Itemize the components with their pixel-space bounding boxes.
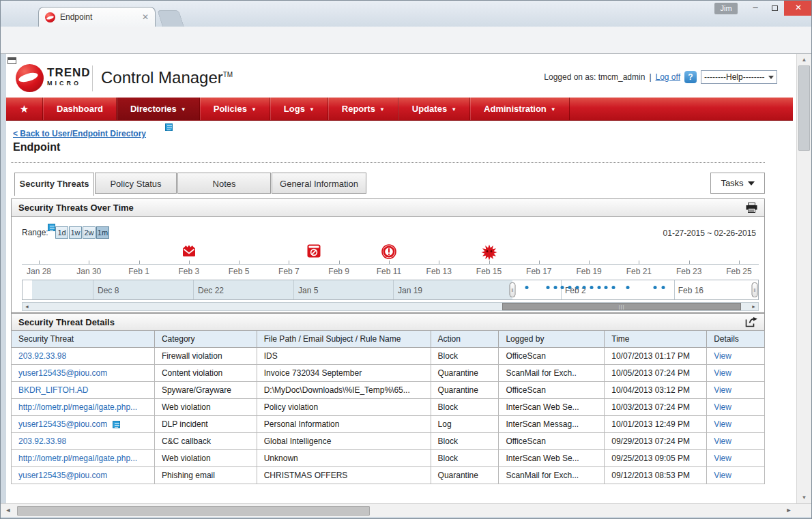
tab-close-icon[interactable]: ✕ [142, 12, 149, 22]
view-link[interactable]: View [714, 385, 731, 395]
virus-outbreak-icon[interactable] [481, 244, 497, 263]
tab-notes[interactable]: Notes [177, 173, 271, 194]
threat-link[interactable]: http://lometr.pl/megal/lgate.php... [18, 402, 137, 412]
help-dropdown[interactable]: --------Help-------- [701, 70, 777, 84]
logged-by-cell: ScanMail for Exch... [499, 467, 605, 484]
navigator-scrollbar[interactable]: ◄ ||| ► [22, 302, 759, 311]
navigator-scrollbar-thumb[interactable]: ||| [502, 303, 741, 310]
scroll-up-icon[interactable]: ▲ [797, 54, 811, 65]
navigator-right-handle[interactable]: ‖ [752, 282, 758, 297]
vertical-scrollbar[interactable]: ▲ ▼ [796, 54, 811, 503]
view-link[interactable]: View [714, 351, 731, 361]
path-cell: CHRISTMAS OFFERS [257, 467, 431, 484]
browser-titlebar: Endpoint ✕ Jim – ✕ [1, 1, 811, 27]
view-link[interactable]: View [714, 402, 731, 412]
close-button[interactable]: ✕ [784, 1, 812, 16]
column-header-security: Security Threat [12, 331, 155, 348]
threats-over-time-panel: Security Threats Over Time Range: 1d1w2w… [11, 198, 765, 313]
event-dot [611, 286, 615, 289]
column-header-file: File Path / Email Subject / Rule Name [257, 331, 431, 348]
scroll-down-icon[interactable]: ▼ [797, 492, 811, 503]
chevron-down-icon: ▼ [181, 98, 186, 121]
scroll-right-icon[interactable]: ► [783, 504, 795, 517]
details-cell: View [707, 467, 765, 484]
table-row: yuser125435@piou.comDLP incidentPersonal… [12, 416, 765, 433]
export-icon[interactable] [745, 317, 757, 327]
range-button-1m[interactable]: 1m [96, 226, 109, 239]
time-cell: 10/04/2013 03:12 PM [605, 382, 707, 399]
threat-link[interactable]: BKDR_LIFTOH.AD [18, 385, 88, 395]
main-nav-items: DashboardDirectories▼Policies▼Logs▼Repor… [43, 98, 570, 120]
maximize-button[interactable] [765, 1, 784, 16]
timeline-tick [589, 261, 590, 264]
view-link[interactable]: View [714, 436, 731, 446]
range-button-1d[interactable]: 1d [55, 226, 68, 239]
phishing-email-icon[interactable] [181, 244, 197, 260]
threat-link[interactable]: http://lometr.pl/megal/lgate.php... [18, 454, 137, 463]
time-cell: 10/01/2013 12:49 PM [605, 416, 707, 433]
view-link[interactable]: View [714, 419, 731, 429]
threat-link[interactable]: 203.92.33.98 [18, 436, 66, 446]
print-icon[interactable] [746, 203, 757, 213]
threat-cell: http://lometr.pl/megal/lgate.php... [12, 450, 155, 467]
chevron-down-icon: ▼ [551, 98, 556, 121]
details-cell: View [707, 416, 765, 433]
help-icon[interactable]: ? [684, 71, 697, 83]
page-content: TREND MICRO Control ManagerTM Logged on … [6, 54, 796, 503]
minimize-button[interactable]: – [746, 1, 765, 16]
view-link[interactable]: View [714, 454, 731, 463]
nav-item-dashboard[interactable]: Dashboard [43, 98, 117, 120]
divider [11, 162, 765, 163]
nav-item-updates[interactable]: Updates▼ [398, 98, 470, 120]
favorites-star-icon[interactable]: ★ [6, 98, 43, 120]
alert-icon[interactable] [381, 244, 396, 261]
threat-details-header: Security Threat Details [12, 314, 764, 331]
view-link[interactable]: View [714, 471, 731, 480]
event-dot [553, 286, 557, 289]
range-button-1w[interactable]: 1w [69, 226, 82, 239]
horizontal-scrollbar-thumb[interactable] [17, 506, 370, 516]
nav-item-directories[interactable]: Directories▼ [117, 98, 200, 120]
path-cell: Invoice 732034 September [257, 365, 431, 382]
tab-security-threats[interactable]: Security Threats [14, 173, 94, 196]
tasks-button[interactable]: Tasks [710, 173, 765, 194]
category-cell: Web violation [154, 399, 257, 416]
vertical-scrollbar-thumb[interactable] [798, 65, 810, 151]
note-icon[interactable] [48, 224, 55, 231]
note-icon[interactable] [113, 421, 120, 428]
nav-item-administration[interactable]: Administration▼ [470, 98, 570, 120]
profile-button[interactable]: Jim [714, 3, 738, 14]
time-cell: 10/05/2013 07:24 PM [605, 365, 707, 382]
navigator-left-handle[interactable]: ‖ [510, 282, 516, 297]
table-row: yuser125435@piou.comPhishing emailCHRIST… [12, 467, 765, 484]
back-to-directory-link[interactable]: < Back to User/Endpoint Directory [13, 129, 146, 138]
scroll-left-icon[interactable]: ◄ [2, 504, 14, 517]
tab-general-information[interactable]: General Information [272, 173, 366, 194]
scroll-right-icon[interactable]: ► [749, 303, 758, 310]
browser-tab[interactable]: Endpoint ✕ [38, 7, 156, 27]
tab-policy-status[interactable]: Policy Status [95, 173, 177, 194]
range-button-2w[interactable]: 2w [83, 226, 96, 239]
nav-item-reports[interactable]: Reports▼ [328, 98, 398, 120]
blocked-web-icon[interactable] [307, 244, 321, 260]
action-cell: Block [431, 399, 499, 416]
log-off-link[interactable]: Log off [656, 72, 680, 82]
threat-link[interactable]: yuser125435@piou.com [18, 471, 107, 480]
timeline-navigator[interactable]: Dec 8Dec 22Jan 5Jan 19Feb 2Feb 16‖‖ [22, 280, 759, 300]
brand-micro: MICRO [47, 80, 91, 87]
timeline-tick-label: Feb 17 [526, 267, 551, 276]
horizontal-scrollbar[interactable]: ◄ ► [1, 503, 812, 517]
scroll-left-icon[interactable]: ◄ [23, 303, 31, 310]
threat-link[interactable]: yuser125435@piou.com [18, 368, 107, 378]
nav-item-policies[interactable]: Policies▼ [200, 98, 270, 120]
threat-link[interactable]: 203.92.33.98 [18, 351, 66, 361]
view-link[interactable]: View [714, 368, 731, 378]
nav-item-logs[interactable]: Logs▼ [270, 98, 328, 120]
new-tab-button[interactable] [157, 10, 184, 27]
timeline-tick [339, 261, 340, 264]
login-separator: | [649, 72, 651, 82]
chevron-down-icon [748, 181, 755, 189]
note-icon[interactable] [165, 123, 173, 131]
threat-link[interactable]: yuser125435@piou.com [18, 419, 107, 429]
category-cell: C&C callback [154, 433, 257, 450]
